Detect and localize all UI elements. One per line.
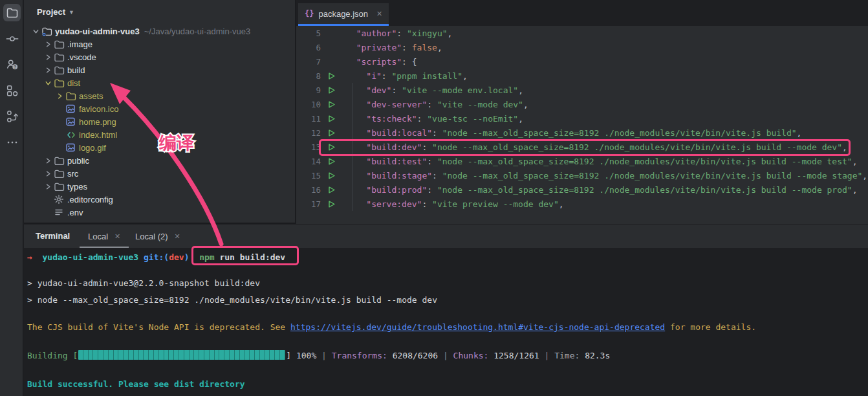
code-text: "build:test": "node --max_old_space_size… bbox=[339, 157, 858, 166]
terminal-panel[interactable]: → yudao-ui-admin-vue3 git:(dev) npm run … bbox=[24, 248, 868, 396]
code-line-14: 14 "build:test": "node --max_old_space_s… bbox=[296, 154, 868, 168]
terminal-text: Build successful. Please see dist direct… bbox=[27, 379, 245, 389]
run-script-button[interactable] bbox=[322, 143, 339, 151]
module-folder-icon bbox=[41, 26, 55, 37]
folder-icon bbox=[54, 39, 67, 50]
code-line-16: 16 "build:prod": "node --max_old_space_s… bbox=[296, 182, 868, 197]
chevron-expanded-icon[interactable] bbox=[43, 78, 54, 88]
tree-item-.editorconfig[interactable]: .editorconfig bbox=[24, 193, 295, 206]
more-tools-button[interactable] bbox=[3, 133, 21, 151]
tree-item-label: favicon.ico bbox=[79, 104, 118, 114]
line-number: 13 bbox=[296, 142, 322, 152]
tree-item-label: index.html bbox=[79, 130, 117, 140]
run-script-button[interactable] bbox=[322, 86, 339, 94]
envfile-icon bbox=[54, 207, 67, 218]
run-script-button[interactable] bbox=[322, 200, 339, 208]
tree-item-label: build bbox=[67, 65, 85, 75]
folder-icon bbox=[54, 52, 67, 63]
code-line-11: 11 "ts:check": "vue-tsc --noEmit", bbox=[296, 111, 868, 126]
chevron-collapsed-icon[interactable] bbox=[43, 155, 54, 166]
code-line-7: 7 "scripts": { bbox=[296, 54, 868, 69]
run-script-button[interactable] bbox=[322, 115, 339, 123]
code-text: "ts:check": "vue-tsc --noEmit", bbox=[339, 114, 523, 124]
tree-item-.image[interactable]: .image bbox=[24, 38, 295, 50]
tree-item-label: .env bbox=[67, 208, 83, 217]
gear-icon bbox=[54, 194, 67, 205]
terminal-tab-label: Local bbox=[88, 232, 108, 241]
tree-item-build[interactable]: build bbox=[24, 63, 295, 76]
code-line-12: 12 "build:local": "node --max_old_space_… bbox=[296, 126, 868, 140]
tree-item-label: yudao-ui-admin-vue3 bbox=[55, 27, 140, 36]
tree-item-favicon.ico[interactable]: favicon.ico bbox=[24, 102, 295, 115]
run-script-button[interactable] bbox=[322, 186, 339, 194]
close-icon[interactable]: ✕ bbox=[376, 10, 382, 18]
close-icon[interactable]: ✕ bbox=[175, 232, 180, 241]
tree-item-.vscode[interactable]: .vscode bbox=[24, 50, 295, 63]
chevron-collapsed-icon[interactable] bbox=[43, 65, 54, 75]
image-icon bbox=[65, 116, 79, 127]
run-script-button[interactable] bbox=[322, 100, 339, 109]
close-icon[interactable]: ✕ bbox=[114, 232, 120, 241]
tree-item-label: .editorconfig bbox=[67, 195, 113, 204]
terminal-tab-local-2[interactable]: Local (2) ✕ bbox=[135, 225, 180, 248]
image-icon bbox=[65, 142, 79, 153]
terminal-text: Building [ bbox=[27, 351, 78, 360]
code-editor[interactable]: 5 "author": "xingyu",6 "private": false,… bbox=[296, 26, 868, 224]
folder-icon bbox=[54, 168, 67, 179]
editor-tab-bar: {} package.json ✕ bbox=[296, 0, 868, 26]
tree-item-home.png[interactable]: home.png bbox=[24, 115, 295, 128]
terminal-tab-local[interactable]: Local ✕ bbox=[88, 225, 120, 248]
code-line-5: 5 "author": "xingyu", bbox=[296, 26, 868, 40]
tree-item-types[interactable]: types bbox=[24, 180, 295, 193]
image-icon bbox=[65, 104, 79, 115]
tree-item-logo.gif[interactable]: logo.gif bbox=[24, 141, 295, 154]
run-script-button[interactable] bbox=[322, 157, 339, 166]
run-script-button[interactable] bbox=[322, 171, 339, 180]
commit-tool-button[interactable] bbox=[3, 30, 21, 47]
chevron-collapsed-icon[interactable] bbox=[43, 52, 54, 62]
tab-label: package.json bbox=[318, 9, 368, 19]
tree-item-dist[interactable]: dist bbox=[24, 76, 295, 89]
project-path: ~/Java/yudao-ui-admin-vue3 bbox=[144, 27, 250, 36]
vite-troubleshooting-link[interactable]: https://vitejs.dev/guide/troubleshooting… bbox=[290, 322, 665, 332]
html-icon bbox=[65, 129, 79, 140]
project-tree: yudao-ui-admin-vue3~/Java/yudao-ui-admin… bbox=[24, 25, 295, 219]
code-line-15: 15 "build:stage": "node --max_old_space_… bbox=[296, 168, 868, 182]
chevron-expanded-icon[interactable] bbox=[30, 26, 41, 36]
git-branches-icon bbox=[5, 109, 19, 124]
line-number: 12 bbox=[296, 128, 322, 138]
editor-area: {} package.json ✕ 5 "author": "xingyu",6… bbox=[296, 0, 868, 224]
tree-item-.env[interactable]: .env bbox=[24, 206, 295, 219]
git-tool-button[interactable] bbox=[3, 107, 21, 125]
tree-item-src[interactable]: src bbox=[24, 167, 295, 180]
chevron-collapsed-icon[interactable] bbox=[43, 181, 54, 192]
terminal-tab-label: Local (2) bbox=[135, 232, 168, 241]
chevron-spacer bbox=[54, 129, 65, 140]
chevron-collapsed-icon[interactable] bbox=[43, 39, 54, 49]
structure-tool-button[interactable] bbox=[3, 82, 21, 99]
tree-item-label: assets bbox=[79, 91, 103, 101]
run-script-button[interactable] bbox=[322, 72, 339, 80]
tree-item-yudao-ui-admin-vue3[interactable]: yudao-ui-admin-vue3~/Java/yudao-ui-admin… bbox=[24, 25, 295, 38]
terminal-text: Time: bbox=[554, 351, 585, 360]
project-tool-button[interactable] bbox=[3, 4, 21, 21]
run-script-button[interactable] bbox=[322, 129, 339, 137]
tree-item-public[interactable]: public bbox=[24, 154, 295, 167]
chevron-collapsed-icon[interactable] bbox=[54, 91, 65, 101]
pull-requests-tool-button[interactable]: ? bbox=[3, 56, 21, 73]
terminal-text: for more details. bbox=[665, 322, 756, 332]
terminal-text: 6208/6206 bbox=[393, 351, 443, 360]
chevron-down-icon: ▼ bbox=[69, 9, 74, 16]
terminal-line-success: Build successful. Please see dist direct… bbox=[27, 379, 245, 389]
code-text: "private": false, bbox=[339, 43, 442, 52]
chevron-spacer bbox=[54, 116, 65, 127]
project-panel-header[interactable]: Project ▼ bbox=[24, 0, 295, 23]
terminal-line-out2: > node --max_old_space_size=8192 ./node_… bbox=[27, 295, 437, 305]
terminal-text: > node --max_old_space_size=8192 ./node_… bbox=[27, 295, 437, 305]
line-number: 10 bbox=[296, 100, 322, 109]
chevron-collapsed-icon[interactable] bbox=[43, 168, 54, 179]
tree-item-assets[interactable]: assets bbox=[24, 89, 295, 102]
tree-item-index.html[interactable]: index.html bbox=[24, 128, 295, 141]
tab-package-json[interactable]: {} package.json ✕ bbox=[298, 3, 389, 26]
code-text: "build:dev": "node --max_old_space_size=… bbox=[339, 142, 847, 152]
